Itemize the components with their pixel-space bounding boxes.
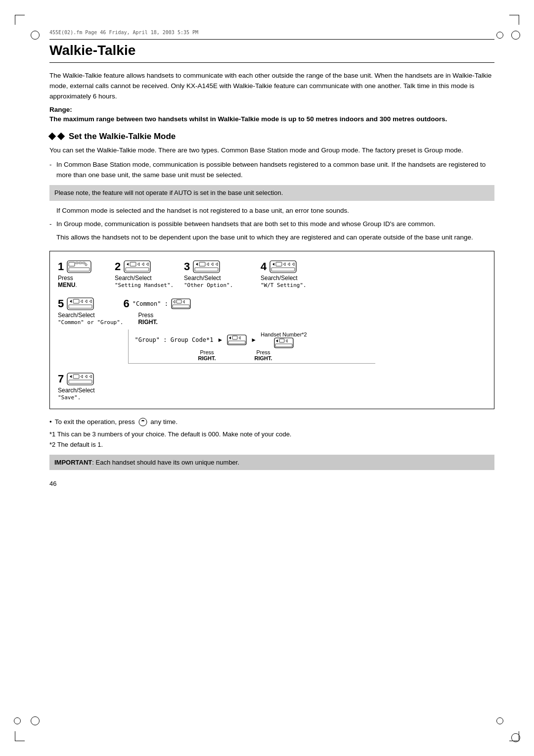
- section-heading: Set the Walkie-Talkie Mode: [49, 132, 494, 142]
- svg-point-5: [85, 264, 87, 266]
- step-5-num: 5: [58, 297, 64, 310]
- svg-marker-25: [288, 263, 290, 266]
- step-1-bold: MENU: [58, 282, 75, 288]
- svg-rect-28: [67, 298, 93, 310]
- step-6-arrow2: ►: [251, 336, 257, 343]
- corner-tr: [509, 15, 519, 25]
- bullet-dot: •: [49, 417, 52, 427]
- step-6-prefix: "Common" :: [133, 300, 168, 307]
- step-3-num: 3: [184, 260, 190, 273]
- bullet-item-2: In Group mode, communication is possible…: [56, 219, 494, 230]
- svg-marker-22: [272, 263, 274, 266]
- svg-marker-11: [142, 263, 144, 266]
- svg-rect-9: [130, 262, 136, 266]
- bullet-item-1: In Common Base Station mode, communicati…: [56, 160, 494, 181]
- reg-circle-tl: [31, 31, 40, 40]
- bullet-exit: • To exit the operation, press any time.: [49, 417, 494, 427]
- svg-marker-36: [173, 300, 175, 303]
- step-6-common-branch: Press RIGHT.: [138, 312, 486, 326]
- step-7-num: 7: [58, 373, 64, 385]
- step-6-block: 6 "Common" : Press RIGHT.: [123, 297, 486, 364]
- reg-circle-tr2: [496, 32, 503, 39]
- footnote-2: *2 The default is 1.: [49, 440, 494, 450]
- step-6-group-device-icon-1: [227, 334, 247, 345]
- step-7-quote: "Save".: [58, 394, 81, 401]
- svg-marker-51: [70, 375, 72, 378]
- step-5-block: 5 Search/Select "Common" or "Group".: [58, 297, 123, 326]
- step-6-group-text: "Group" : Group Code*1: [134, 336, 213, 343]
- step-7-row: 7 Search/Select "Save".: [58, 373, 486, 401]
- press-label-2: Press: [256, 349, 270, 355]
- svg-rect-34: [69, 305, 92, 308]
- svg-rect-1: [69, 262, 75, 266]
- step-3-action: Search/Select "Other Option".: [184, 275, 261, 288]
- section-title-text: Set the Walkie-Talkie Mode: [69, 132, 176, 142]
- step-2-device-icon: [124, 260, 151, 273]
- svg-marker-32: [85, 300, 87, 303]
- diamond-icon-2: [57, 133, 65, 141]
- important-note-box: IMPORTANT: Each handset should have its …: [49, 455, 494, 471]
- svg-marker-10: [137, 263, 139, 266]
- svg-rect-27: [271, 268, 295, 271]
- step-1-action: Press MENU.: [58, 275, 115, 288]
- svg-rect-3: [79, 262, 82, 264]
- svg-rect-52: [73, 375, 79, 378]
- step-6-group-device-icon-2: [274, 337, 294, 348]
- step-2-num: 2: [115, 260, 121, 273]
- step-6-press-right-2: Press RIGHT.: [255, 349, 272, 361]
- svg-rect-45: [274, 338, 293, 348]
- step-5-device-icon: [67, 297, 94, 310]
- svg-rect-14: [193, 261, 220, 273]
- svg-rect-7: [124, 261, 150, 273]
- file-info: 455E(02).fm Page 46 Friday, April 18, 20…: [49, 30, 494, 35]
- important-text: : Each handset should have its own uniqu…: [92, 459, 239, 466]
- step-4-num: 4: [261, 260, 267, 273]
- step-6-action: Press: [138, 312, 153, 319]
- svg-marker-38: [183, 300, 184, 303]
- corner-tl: [15, 15, 25, 25]
- svg-rect-21: [270, 261, 296, 273]
- svg-marker-24: [283, 263, 285, 266]
- step-7-action: Search/Select "Save".: [58, 387, 122, 401]
- step-2-block: 2 Search/Select "Setting Handset".: [115, 260, 184, 288]
- svg-marker-26: [292, 263, 294, 266]
- step-1-block: 1 Press MENU.: [58, 260, 115, 288]
- reg-circle-br2: [496, 717, 503, 724]
- steps-diagram: 1 Press MENU.: [49, 251, 494, 409]
- step-6-handset-text: Handset Number*2: [261, 331, 307, 337]
- note-box-1-text: Please note, the feature will not operat…: [54, 189, 283, 196]
- svg-marker-33: [89, 300, 91, 303]
- step-1-device-icon: [67, 260, 91, 273]
- svg-rect-50: [67, 373, 93, 385]
- step-6-group-branch: "Group" : Group Code*1 ► ► Handset Numbe…: [128, 330, 375, 364]
- step-1-num: 1: [58, 260, 64, 273]
- svg-marker-8: [127, 263, 129, 266]
- corner-bl: [15, 731, 25, 741]
- step-3-block: 3 Search/Select "Other Option".: [184, 260, 261, 288]
- svg-rect-49: [275, 344, 292, 347]
- svg-rect-40: [227, 335, 246, 345]
- step-2-action: Search/Select "Setting Handset".: [115, 275, 184, 288]
- indent-para-2: This allows the handsets not to be depen…: [56, 233, 494, 243]
- step-6-device-icon: [171, 298, 191, 309]
- step-4-block: 4 Search/Select "W/T Setting".: [261, 260, 330, 288]
- svg-rect-47: [279, 339, 284, 342]
- reg-circle-bl: [31, 716, 40, 725]
- page-title: Walkie-Talkie: [49, 43, 494, 63]
- svg-rect-37: [177, 300, 181, 303]
- bullet-2-text: In Group mode, communication is possible…: [56, 220, 436, 228]
- footnote-1: *1 This can be 3 numbers of your choice.…: [49, 429, 494, 439]
- svg-marker-46: [276, 339, 278, 342]
- step-6-num: 6: [123, 297, 129, 310]
- step-4-device-icon: [269, 260, 297, 273]
- svg-marker-41: [229, 336, 231, 339]
- section-body: You can set the Walkie-Talkie mode. Ther…: [49, 145, 494, 156]
- svg-point-57: [139, 418, 147, 426]
- bullet-1-text: In Common Base Station mode, communicati…: [56, 161, 486, 179]
- bullet-exit-text: To exit the operation, press any time.: [55, 417, 178, 427]
- reg-circle-bl2: [14, 717, 21, 724]
- reg-circle-tr: [511, 31, 520, 40]
- step-6-arrow: ►: [217, 336, 223, 343]
- step-3-device-icon: [193, 260, 220, 273]
- page-container: 455E(02).fm Page 46 Friday, April 18, 20…: [0, 0, 534, 756]
